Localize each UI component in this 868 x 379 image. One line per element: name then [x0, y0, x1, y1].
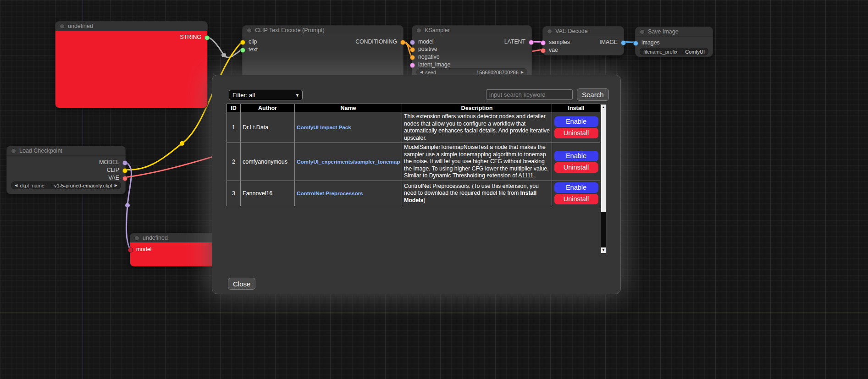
node-title: VAE Decode	[555, 28, 588, 34]
collapse-dot-icon[interactable]	[547, 29, 552, 34]
input-dot-latent-image[interactable]	[410, 63, 415, 68]
slot-label: vae	[549, 47, 558, 53]
scroll-up-icon[interactable]: ▲	[601, 104, 606, 110]
enable-button[interactable]: Enable	[554, 182, 598, 193]
input-dot-text[interactable]	[240, 48, 245, 53]
slot-label: VAE	[108, 175, 119, 181]
wire-string	[224, 49, 242, 57]
collapse-dot-icon[interactable]	[416, 28, 421, 33]
node-title-bar[interactable]: Load Checkpoint	[7, 146, 125, 156]
cell-author: Fannovel16	[241, 181, 295, 206]
input-dot-model[interactable]	[410, 40, 415, 45]
extension-link[interactable]: ComfyUI Impact Pack	[297, 124, 351, 131]
node-title-bar[interactable]: KSampler	[412, 26, 531, 35]
input-dot-positive[interactable]	[410, 47, 415, 52]
output-slot-vae: VAE	[108, 174, 125, 181]
node-undefined-bottom[interactable]: undefined model	[130, 233, 222, 267]
slot-label: text	[249, 46, 258, 53]
input-dot-samples[interactable]	[541, 40, 546, 45]
canvas-origin-horizontal-line	[0, 312, 868, 313]
input-dot-vae[interactable]	[541, 48, 546, 53]
filter-select-wrap: Filter: all ▼	[229, 90, 303, 100]
input-slot-samples: samples	[543, 38, 570, 46]
input-dot-clip[interactable]	[240, 40, 245, 45]
close-button[interactable]: Close	[228, 278, 255, 290]
node-title: undefined	[143, 235, 168, 241]
collapse-dot-icon[interactable]	[11, 148, 16, 154]
slot-label: latent_image	[418, 61, 450, 68]
slot-label: MODEL	[99, 159, 119, 165]
extension-row: 3Fannovel16ControlNet PreprocessorsContr…	[227, 181, 601, 206]
input-dot-negative[interactable]	[410, 55, 415, 60]
node-undefined-top[interactable]: undefined STRING	[55, 21, 208, 108]
slot-label: model	[136, 246, 152, 253]
input-dot-images[interactable]	[633, 41, 638, 46]
node-title-bar[interactable]: undefined	[55, 22, 207, 31]
input-slot-latent-image: latent_image	[412, 61, 450, 68]
cell-name: ComfyUI Impact Pack	[295, 112, 402, 143]
cell-description: ControlNet Preprocessors. (To use this e…	[402, 181, 552, 206]
output-dot-string[interactable]	[205, 35, 210, 40]
node-title: KSampler	[425, 27, 450, 33]
scrollbar-thumb[interactable]	[601, 110, 606, 212]
cell-install: EnableUninstall	[552, 112, 601, 143]
cell-description: This extension offers various detector n…	[402, 112, 552, 143]
collapse-dot-icon[interactable]	[60, 24, 65, 29]
output-slot-clip: CLIP	[107, 166, 125, 174]
uninstall-button[interactable]: Uninstall	[554, 194, 598, 204]
filename-prefix-widget[interactable]: filename_prefix ComfyUI	[640, 48, 708, 55]
widget-value: ComfyUI	[685, 49, 705, 55]
uninstall-button[interactable]: Uninstall	[554, 128, 598, 138]
node-title: CLIP Text Encode (Prompt)	[255, 27, 325, 33]
enable-button[interactable]: Enable	[554, 116, 598, 127]
next-icon[interactable]: ▶	[115, 182, 117, 189]
enable-button[interactable]: Enable	[554, 151, 598, 161]
node-title-bar[interactable]: VAE Decode	[543, 27, 624, 36]
table-scrollbar[interactable]: ▲ ▼	[600, 104, 607, 254]
input-slot-model: model	[130, 246, 152, 253]
widget-value: v1-5-pruned-emaonly.ckpt	[54, 183, 112, 188]
cell-id: 3	[227, 181, 241, 206]
node-load-checkpoint[interactable]: Load Checkpoint MODEL CLIP VAE ◀ ckpt_na…	[6, 146, 126, 194]
extension-link[interactable]: ControlNet Preprocessors	[297, 190, 363, 197]
input-slot-negative: negative	[412, 53, 440, 60]
slot-label: positive	[418, 46, 437, 52]
node-title-bar[interactable]: undefined	[130, 233, 222, 243]
uninstall-button[interactable]: Uninstall	[554, 162, 598, 173]
output-dot-latent[interactable]	[529, 40, 534, 45]
collapse-dot-icon[interactable]	[134, 236, 139, 241]
output-slot-model: MODEL	[99, 159, 125, 166]
output-dot-vae[interactable]	[122, 176, 127, 181]
node-title-bar[interactable]: CLIP Text Encode (Prompt)	[243, 26, 403, 35]
wire-midpoint-dot[interactable]	[180, 141, 184, 146]
node-title-bar[interactable]: Save Image	[636, 27, 713, 37]
slot-label: images	[641, 39, 660, 46]
output-dot-image[interactable]	[621, 40, 626, 45]
output-slot-image: IMAGE	[599, 38, 624, 46]
slot-label: IMAGE	[599, 39, 618, 45]
cell-description: ModelSamplerTonemapNoiseTest a node that…	[402, 143, 552, 181]
node-save-image[interactable]: Save Image images filename_prefix ComfyU…	[635, 27, 713, 57]
collapse-dot-icon[interactable]	[640, 29, 645, 34]
extension-link[interactable]: ComfyUI_experiments/sampler_tonemap	[297, 159, 400, 165]
ckpt-name-widget[interactable]: ◀ ckpt_name v1-5-pruned-emaonly.ckpt ▶	[11, 181, 121, 189]
slot-label: CONDITIONING	[355, 38, 397, 45]
wire-midpoint-dot[interactable]	[221, 53, 226, 57]
output-dot-conditioning[interactable]	[400, 40, 405, 45]
previous-icon[interactable]: ◀	[15, 182, 17, 189]
input-dot-model[interactable]	[128, 247, 133, 253]
search-input[interactable]	[486, 89, 573, 100]
wire-midpoint-dot[interactable]	[125, 203, 130, 208]
node-vae-decode[interactable]: VAE Decode samples vae IMAGE	[542, 26, 624, 55]
filter-select[interactable]: Filter: all	[229, 90, 303, 100]
output-dot-clip[interactable]	[122, 168, 127, 173]
output-dot-model[interactable]	[122, 160, 127, 165]
cell-name: ControlNet Preprocessors	[295, 181, 402, 206]
node-title: undefined	[68, 23, 93, 29]
header-install: Install	[552, 104, 601, 112]
scroll-down-icon[interactable]: ▼	[601, 247, 606, 253]
slot-label: STRING	[180, 34, 201, 40]
collapse-dot-icon[interactable]	[247, 28, 252, 33]
search-button[interactable]: Search	[577, 88, 609, 101]
extensions-table-zone: ID Author Name Description Install 1Dr.L…	[227, 104, 607, 254]
